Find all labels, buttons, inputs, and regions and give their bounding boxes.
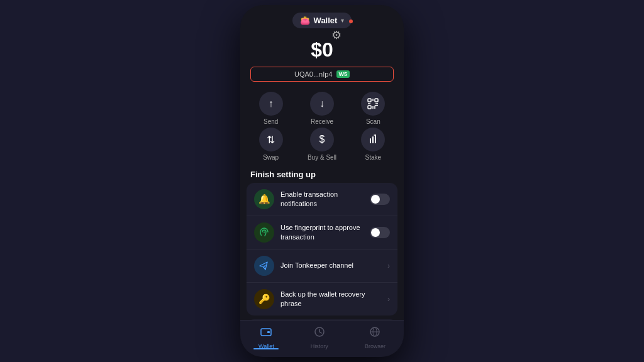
wallet-icon: 👛 <box>300 16 310 25</box>
scan-icon <box>361 92 385 116</box>
balance-amount: $0 <box>240 38 404 62</box>
tab-wallet-wrapper: Wallet <box>258 326 274 349</box>
balance-section: $0 <box>240 33 404 64</box>
app-header: 👛 Wallet ▾ ⚙ <box>240 5 404 33</box>
fingerprint-toggle[interactable] <box>370 227 390 238</box>
tab-history[interactable]: History <box>311 326 328 349</box>
fingerprint-icon <box>254 222 274 243</box>
telegram-chevron-icon: › <box>387 261 390 270</box>
tab-browser-label: Browser <box>365 343 386 349</box>
toggle-knob <box>371 195 380 204</box>
swap-action[interactable]: ⇅ Swap <box>247 128 295 161</box>
address-bar[interactable]: UQA0...nIp4 W5 <box>250 67 394 82</box>
w5-badge: W5 <box>336 70 350 78</box>
chevron-down-icon: ▾ <box>341 17 344 24</box>
wallet-address: UQA0...nIp4 <box>294 70 333 78</box>
history-tab-icon <box>313 326 326 341</box>
wallet-label: Wallet <box>314 16 338 25</box>
wallet-tab-icon <box>260 326 272 341</box>
send-icon: ↑ <box>259 92 283 116</box>
key-icon: 🔑 <box>254 289 274 309</box>
svg-rect-14 <box>267 331 270 333</box>
notifications-toggle[interactable] <box>370 194 390 205</box>
svg-rect-0 <box>368 99 371 102</box>
fingerprint-label: Use fingerprint to approve transaction <box>280 223 364 243</box>
toggle-knob-2 <box>371 228 380 237</box>
scan-label: Scan <box>366 118 380 125</box>
settings-button[interactable]: ⚙ <box>331 28 341 42</box>
actions-grid: ↑ Send ↓ Receive Scan <box>240 84 404 163</box>
telegram-item[interactable]: Join Tonkeeper channel › <box>247 250 397 283</box>
finish-settings-list: 🔔 Enable transaction notifications Use f… <box>247 183 397 315</box>
tab-bar: Wallet History Browser <box>240 320 404 357</box>
stake-action[interactable]: Stake <box>349 128 397 161</box>
settings-notification-dot <box>349 19 353 23</box>
send-action[interactable]: ↑ Send <box>247 92 295 125</box>
swap-icon: ⇅ <box>259 128 283 151</box>
browser-tab-icon <box>369 326 381 341</box>
tab-browser[interactable]: Browser <box>365 326 386 349</box>
tab-wallet[interactable]: Wallet <box>258 326 274 349</box>
recovery-chevron-icon: › <box>387 295 390 304</box>
bell-icon: 🔔 <box>254 189 274 209</box>
stake-label: Stake <box>365 154 382 161</box>
tab-active-indicator <box>253 348 279 349</box>
svg-rect-2 <box>368 106 371 109</box>
fingerprint-item[interactable]: Use fingerprint to approve transaction <box>247 216 397 250</box>
stake-icon <box>361 128 385 151</box>
swap-label: Swap <box>263 154 279 161</box>
telegram-label: Join Tonkeeper channel <box>280 261 381 270</box>
buysell-icon: $ <box>310 128 334 151</box>
notifications-item[interactable]: 🔔 Enable transaction notifications <box>247 183 397 216</box>
phone-frame: 👛 Wallet ▾ ⚙ $0 UQA0...nIp4 W5 ↑ Send ↓ … <box>240 5 404 357</box>
send-label: Send <box>264 118 278 125</box>
recovery-item[interactable]: 🔑 Back up the wallet recovery phrase › <box>247 283 397 315</box>
finish-section-title: Finish setting up <box>240 163 404 183</box>
receive-icon: ↓ <box>310 92 334 116</box>
receive-action[interactable]: ↓ Receive <box>297 92 346 125</box>
telegram-icon <box>254 256 274 276</box>
notifications-label: Enable transaction notifications <box>280 190 364 209</box>
wallet-selector[interactable]: 👛 Wallet ▾ <box>292 13 352 28</box>
scan-action[interactable]: Scan <box>349 92 397 125</box>
recovery-label: Back up the wallet recovery phrase <box>280 290 381 309</box>
tab-history-label: History <box>311 343 328 349</box>
buysell-label: Buy & Sell <box>308 154 336 161</box>
receive-label: Receive <box>311 118 333 125</box>
svg-rect-1 <box>375 99 378 102</box>
buysell-action[interactable]: $ Buy & Sell <box>297 128 346 161</box>
